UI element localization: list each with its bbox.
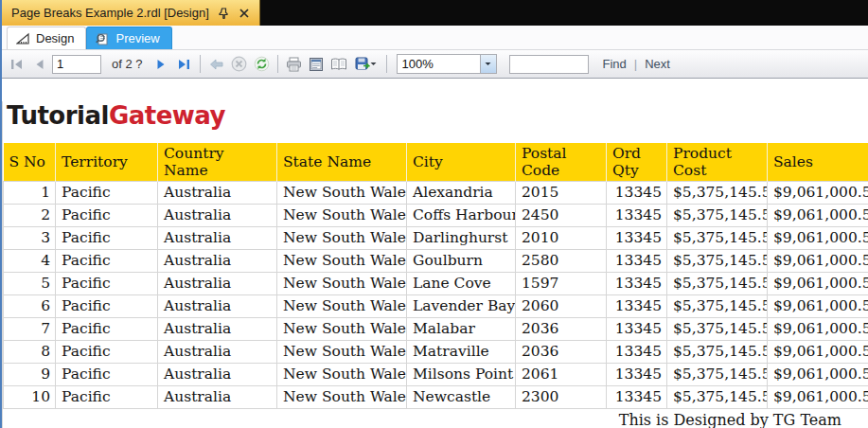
table-cell: Pacific: [56, 340, 158, 363]
table-cell: Pacific: [56, 272, 158, 294]
table-cell: $5,375,145.51: [667, 181, 768, 204]
print-button[interactable]: [284, 54, 304, 74]
table-cell: $5,375,145.51: [667, 226, 768, 249]
table-row: 7PacificAustraliaNew South WalesMalabar2…: [4, 317, 868, 340]
first-page-button[interactable]: [7, 54, 27, 74]
chevron-down-icon: [485, 62, 491, 66]
table-cell: 2580: [516, 249, 607, 272]
table-cell: Australia: [158, 226, 277, 249]
table-cell: $9,061,000.58: [768, 317, 868, 340]
table-cell: 13345: [607, 272, 667, 294]
tab-design[interactable]: Design: [7, 27, 86, 49]
refresh-button[interactable]: [252, 54, 272, 74]
table-cell: Pacific: [56, 294, 158, 317]
pin-icon[interactable]: [218, 7, 230, 19]
table-cell: Matraville: [407, 340, 516, 363]
page-setup-button[interactable]: [329, 54, 349, 74]
table-cell: Goulburn: [407, 249, 516, 272]
last-page-button[interactable]: [174, 54, 194, 74]
table-cell: 2015: [516, 181, 607, 204]
column-header: Country Name: [158, 143, 277, 181]
table-cell: 2061: [516, 363, 607, 385]
export-button[interactable]: [352, 54, 381, 74]
table-cell: $9,061,000.58: [768, 204, 868, 226]
table-cell: New South Wales: [277, 249, 407, 272]
table-cell: Malabar: [407, 317, 516, 340]
table-cell: 9: [4, 363, 56, 385]
table-cell: 1: [4, 181, 56, 204]
table-cell: $5,375,145.51: [667, 340, 768, 363]
zoom-dropdown-button[interactable]: [480, 55, 496, 73]
table-cell: $9,061,000.58: [768, 294, 868, 317]
tab-preview[interactable]: Preview: [86, 27, 171, 49]
report-footer-text: This is Designed by TG Team: [3, 411, 868, 428]
column-header: Sales: [768, 143, 868, 181]
next-page-button[interactable]: [151, 54, 171, 74]
table-cell: 13345: [607, 363, 667, 385]
table-cell: 1597: [516, 272, 607, 294]
page-of-label: of 2 ?: [112, 57, 143, 71]
table-cell: New South Wales: [277, 204, 407, 226]
table-cell: 13345: [607, 181, 667, 204]
table-row: 9PacificAustraliaNew South WalesMilsons …: [4, 363, 868, 385]
find-link[interactable]: Find: [603, 57, 627, 71]
table-cell: Australia: [158, 294, 277, 317]
table-cell: Australia: [158, 385, 277, 408]
logo-part-dark: Tutorial: [7, 101, 109, 130]
find-input[interactable]: [509, 55, 589, 74]
document-tab-bar: Page Breaks Example 2.rdl [Design]: [2, 0, 868, 26]
design-ruler-icon: [16, 32, 30, 45]
table-cell: New South Wales: [277, 181, 407, 204]
table-cell: 2060: [516, 294, 607, 317]
table-cell: 13345: [607, 226, 667, 249]
table-cell: 13345: [607, 385, 667, 408]
table-cell: $5,375,145.51: [667, 317, 768, 340]
column-header: State Name: [277, 143, 407, 181]
table-cell: Australia: [158, 204, 277, 226]
preview-toolbar: of 2 ? 100%: [2, 49, 868, 79]
table-cell: 2036: [516, 317, 607, 340]
table-cell: $9,061,000.58: [768, 226, 868, 249]
table-cell: Pacific: [56, 363, 158, 385]
column-header: S No: [4, 143, 56, 181]
toolbar-separator: [386, 55, 387, 73]
table-cell: Pacific: [56, 204, 158, 226]
toolbar-separator: [277, 55, 278, 73]
page-number-input[interactable]: [52, 55, 101, 74]
print-layout-button[interactable]: [307, 54, 327, 74]
preview-magnifier-icon: [96, 32, 110, 45]
table-cell: $5,375,145.51: [667, 385, 768, 408]
back-button[interactable]: [206, 54, 226, 74]
table-cell: 13345: [607, 294, 667, 317]
table-row: 3PacificAustraliaNew South WalesDarlingh…: [4, 226, 868, 249]
close-icon[interactable]: [239, 7, 251, 19]
zoom-value: 100%: [398, 57, 480, 71]
zoom-select[interactable]: 100%: [397, 54, 497, 74]
report-designer-window: Page Breaks Example 2.rdl [Design] Desig…: [0, 0, 868, 428]
document-tab[interactable]: Page Breaks Example 2.rdl [Design]: [2, 0, 260, 26]
next-link[interactable]: Next: [645, 57, 670, 71]
table-row: 1PacificAustraliaNew South WalesAlexandr…: [4, 181, 868, 204]
column-header: City: [407, 143, 516, 181]
table-cell: Darlinghurst: [407, 226, 516, 249]
table-cell: $5,375,145.51: [667, 272, 768, 294]
table-cell: 13345: [607, 317, 667, 340]
previous-page-button[interactable]: [29, 54, 49, 74]
table-cell: New South Wales: [277, 226, 407, 249]
table-cell: Pacific: [56, 317, 158, 340]
table-cell: Australia: [158, 249, 277, 272]
table-cell: $9,061,000.58: [768, 272, 868, 294]
column-header: Product Cost: [667, 143, 768, 181]
find-next-links: Find | Next: [603, 57, 670, 71]
table-cell: 2036: [516, 340, 607, 363]
column-header: Postal Code: [516, 143, 607, 181]
table-cell: $5,375,145.51: [667, 363, 768, 385]
table-cell: 2010: [516, 226, 607, 249]
stop-button[interactable]: [229, 54, 249, 74]
table-cell: New South Wales: [277, 294, 407, 317]
report-table: S NoTerritoryCountry NameState NameCityP…: [3, 143, 868, 409]
document-tab-title: Page Breaks Example 2.rdl [Design]: [11, 6, 209, 20]
table-cell: New South Wales: [277, 363, 407, 385]
table-cell: 3: [4, 226, 56, 249]
view-tab-bar: Design Preview: [2, 26, 868, 49]
